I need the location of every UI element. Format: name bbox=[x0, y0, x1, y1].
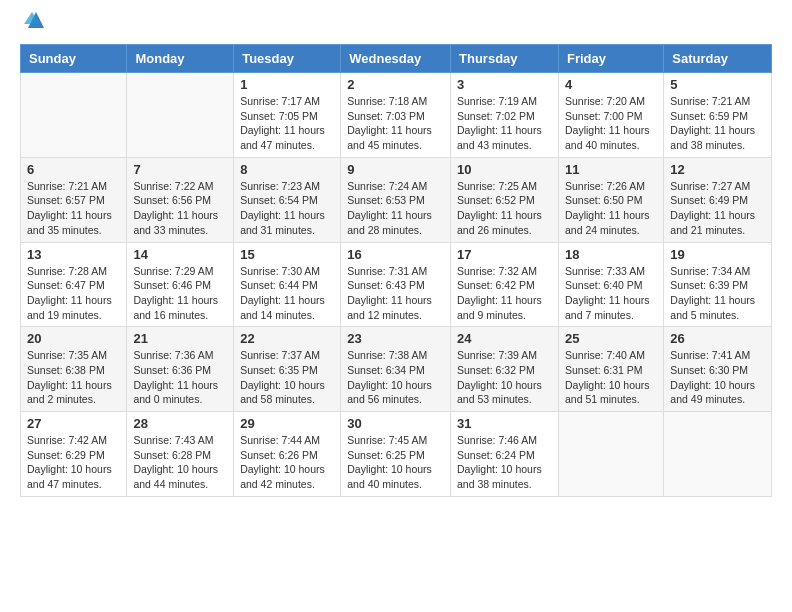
calendar-cell: 2Sunrise: 7:18 AMSunset: 7:03 PMDaylight… bbox=[341, 73, 451, 158]
calendar-cell: 11Sunrise: 7:26 AMSunset: 6:50 PMDayligh… bbox=[558, 157, 663, 242]
day-number: 8 bbox=[240, 162, 334, 177]
calendar-cell bbox=[664, 412, 772, 497]
calendar-cell: 30Sunrise: 7:45 AMSunset: 6:25 PMDayligh… bbox=[341, 412, 451, 497]
week-row-1: 1Sunrise: 7:17 AMSunset: 7:05 PMDaylight… bbox=[21, 73, 772, 158]
calendar-cell: 10Sunrise: 7:25 AMSunset: 6:52 PMDayligh… bbox=[451, 157, 559, 242]
calendar-table: SundayMondayTuesdayWednesdayThursdayFrid… bbox=[20, 44, 772, 497]
header bbox=[20, 16, 772, 32]
day-number: 12 bbox=[670, 162, 765, 177]
cell-info: Sunrise: 7:34 AMSunset: 6:39 PMDaylight:… bbox=[670, 264, 765, 323]
day-number: 21 bbox=[133, 331, 227, 346]
day-number: 30 bbox=[347, 416, 444, 431]
cell-info: Sunrise: 7:41 AMSunset: 6:30 PMDaylight:… bbox=[670, 348, 765, 407]
calendar-cell: 8Sunrise: 7:23 AMSunset: 6:54 PMDaylight… bbox=[234, 157, 341, 242]
cell-info: Sunrise: 7:30 AMSunset: 6:44 PMDaylight:… bbox=[240, 264, 334, 323]
day-number: 15 bbox=[240, 247, 334, 262]
day-number: 2 bbox=[347, 77, 444, 92]
day-number: 20 bbox=[27, 331, 120, 346]
calendar-cell: 3Sunrise: 7:19 AMSunset: 7:02 PMDaylight… bbox=[451, 73, 559, 158]
week-row-4: 20Sunrise: 7:35 AMSunset: 6:38 PMDayligh… bbox=[21, 327, 772, 412]
logo-icon bbox=[24, 8, 48, 32]
day-number: 13 bbox=[27, 247, 120, 262]
header-day-saturday: Saturday bbox=[664, 45, 772, 73]
cell-info: Sunrise: 7:37 AMSunset: 6:35 PMDaylight:… bbox=[240, 348, 334, 407]
calendar-cell: 31Sunrise: 7:46 AMSunset: 6:24 PMDayligh… bbox=[451, 412, 559, 497]
calendar-cell: 17Sunrise: 7:32 AMSunset: 6:42 PMDayligh… bbox=[451, 242, 559, 327]
header-day-monday: Monday bbox=[127, 45, 234, 73]
day-number: 19 bbox=[670, 247, 765, 262]
day-number: 31 bbox=[457, 416, 552, 431]
calendar-cell bbox=[127, 73, 234, 158]
day-number: 18 bbox=[565, 247, 657, 262]
calendar-cell: 22Sunrise: 7:37 AMSunset: 6:35 PMDayligh… bbox=[234, 327, 341, 412]
day-number: 29 bbox=[240, 416, 334, 431]
header-day-friday: Friday bbox=[558, 45, 663, 73]
cell-info: Sunrise: 7:35 AMSunset: 6:38 PMDaylight:… bbox=[27, 348, 120, 407]
calendar-cell: 29Sunrise: 7:44 AMSunset: 6:26 PMDayligh… bbox=[234, 412, 341, 497]
cell-info: Sunrise: 7:36 AMSunset: 6:36 PMDaylight:… bbox=[133, 348, 227, 407]
header-day-tuesday: Tuesday bbox=[234, 45, 341, 73]
day-number: 7 bbox=[133, 162, 227, 177]
day-number: 5 bbox=[670, 77, 765, 92]
day-number: 4 bbox=[565, 77, 657, 92]
calendar-cell: 21Sunrise: 7:36 AMSunset: 6:36 PMDayligh… bbox=[127, 327, 234, 412]
calendar-cell: 24Sunrise: 7:39 AMSunset: 6:32 PMDayligh… bbox=[451, 327, 559, 412]
calendar-cell: 9Sunrise: 7:24 AMSunset: 6:53 PMDaylight… bbox=[341, 157, 451, 242]
cell-info: Sunrise: 7:21 AMSunset: 6:59 PMDaylight:… bbox=[670, 94, 765, 153]
cell-info: Sunrise: 7:18 AMSunset: 7:03 PMDaylight:… bbox=[347, 94, 444, 153]
week-row-2: 6Sunrise: 7:21 AMSunset: 6:57 PMDaylight… bbox=[21, 157, 772, 242]
cell-info: Sunrise: 7:19 AMSunset: 7:02 PMDaylight:… bbox=[457, 94, 552, 153]
cell-info: Sunrise: 7:25 AMSunset: 6:52 PMDaylight:… bbox=[457, 179, 552, 238]
day-number: 22 bbox=[240, 331, 334, 346]
calendar-cell: 7Sunrise: 7:22 AMSunset: 6:56 PMDaylight… bbox=[127, 157, 234, 242]
cell-info: Sunrise: 7:43 AMSunset: 6:28 PMDaylight:… bbox=[133, 433, 227, 492]
cell-info: Sunrise: 7:21 AMSunset: 6:57 PMDaylight:… bbox=[27, 179, 120, 238]
day-number: 17 bbox=[457, 247, 552, 262]
cell-info: Sunrise: 7:29 AMSunset: 6:46 PMDaylight:… bbox=[133, 264, 227, 323]
calendar-cell bbox=[558, 412, 663, 497]
week-row-5: 27Sunrise: 7:42 AMSunset: 6:29 PMDayligh… bbox=[21, 412, 772, 497]
cell-info: Sunrise: 7:24 AMSunset: 6:53 PMDaylight:… bbox=[347, 179, 444, 238]
day-number: 16 bbox=[347, 247, 444, 262]
header-row: SundayMondayTuesdayWednesdayThursdayFrid… bbox=[21, 45, 772, 73]
cell-info: Sunrise: 7:33 AMSunset: 6:40 PMDaylight:… bbox=[565, 264, 657, 323]
day-number: 23 bbox=[347, 331, 444, 346]
cell-info: Sunrise: 7:46 AMSunset: 6:24 PMDaylight:… bbox=[457, 433, 552, 492]
calendar-cell: 28Sunrise: 7:43 AMSunset: 6:28 PMDayligh… bbox=[127, 412, 234, 497]
calendar-cell: 20Sunrise: 7:35 AMSunset: 6:38 PMDayligh… bbox=[21, 327, 127, 412]
day-number: 27 bbox=[27, 416, 120, 431]
day-number: 28 bbox=[133, 416, 227, 431]
header-day-wednesday: Wednesday bbox=[341, 45, 451, 73]
cell-info: Sunrise: 7:44 AMSunset: 6:26 PMDaylight:… bbox=[240, 433, 334, 492]
calendar-cell: 1Sunrise: 7:17 AMSunset: 7:05 PMDaylight… bbox=[234, 73, 341, 158]
calendar-cell: 5Sunrise: 7:21 AMSunset: 6:59 PMDaylight… bbox=[664, 73, 772, 158]
calendar-cell: 6Sunrise: 7:21 AMSunset: 6:57 PMDaylight… bbox=[21, 157, 127, 242]
logo-text bbox=[20, 16, 48, 32]
day-number: 9 bbox=[347, 162, 444, 177]
day-number: 26 bbox=[670, 331, 765, 346]
cell-info: Sunrise: 7:38 AMSunset: 6:34 PMDaylight:… bbox=[347, 348, 444, 407]
cell-info: Sunrise: 7:45 AMSunset: 6:25 PMDaylight:… bbox=[347, 433, 444, 492]
calendar-cell: 25Sunrise: 7:40 AMSunset: 6:31 PMDayligh… bbox=[558, 327, 663, 412]
logo-area bbox=[20, 16, 48, 32]
header-day-sunday: Sunday bbox=[21, 45, 127, 73]
calendar-cell: 16Sunrise: 7:31 AMSunset: 6:43 PMDayligh… bbox=[341, 242, 451, 327]
week-row-3: 13Sunrise: 7:28 AMSunset: 6:47 PMDayligh… bbox=[21, 242, 772, 327]
calendar-cell: 15Sunrise: 7:30 AMSunset: 6:44 PMDayligh… bbox=[234, 242, 341, 327]
calendar-cell: 14Sunrise: 7:29 AMSunset: 6:46 PMDayligh… bbox=[127, 242, 234, 327]
calendar-cell: 26Sunrise: 7:41 AMSunset: 6:30 PMDayligh… bbox=[664, 327, 772, 412]
cell-info: Sunrise: 7:31 AMSunset: 6:43 PMDaylight:… bbox=[347, 264, 444, 323]
calendar-cell: 12Sunrise: 7:27 AMSunset: 6:49 PMDayligh… bbox=[664, 157, 772, 242]
cell-info: Sunrise: 7:40 AMSunset: 6:31 PMDaylight:… bbox=[565, 348, 657, 407]
calendar-cell: 13Sunrise: 7:28 AMSunset: 6:47 PMDayligh… bbox=[21, 242, 127, 327]
page: SundayMondayTuesdayWednesdayThursdayFrid… bbox=[0, 0, 792, 513]
cell-info: Sunrise: 7:39 AMSunset: 6:32 PMDaylight:… bbox=[457, 348, 552, 407]
cell-info: Sunrise: 7:26 AMSunset: 6:50 PMDaylight:… bbox=[565, 179, 657, 238]
cell-info: Sunrise: 7:32 AMSunset: 6:42 PMDaylight:… bbox=[457, 264, 552, 323]
day-number: 11 bbox=[565, 162, 657, 177]
cell-info: Sunrise: 7:28 AMSunset: 6:47 PMDaylight:… bbox=[27, 264, 120, 323]
day-number: 6 bbox=[27, 162, 120, 177]
calendar-cell: 27Sunrise: 7:42 AMSunset: 6:29 PMDayligh… bbox=[21, 412, 127, 497]
day-number: 24 bbox=[457, 331, 552, 346]
cell-info: Sunrise: 7:23 AMSunset: 6:54 PMDaylight:… bbox=[240, 179, 334, 238]
